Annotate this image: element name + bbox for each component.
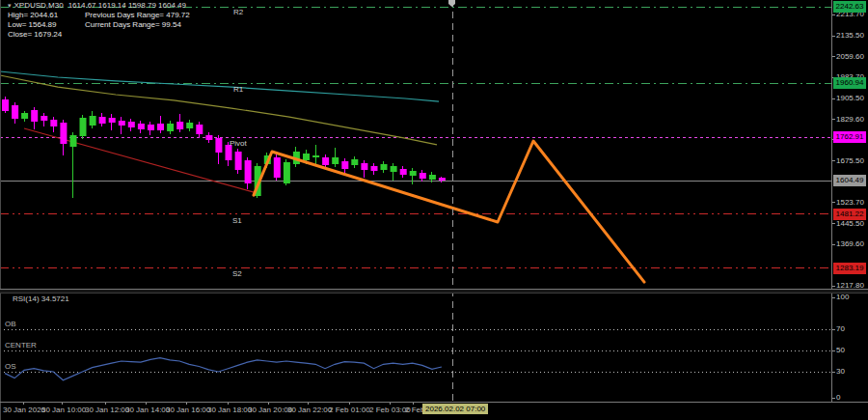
window-border-left <box>0 0 1 420</box>
rsi-plot <box>0 329 831 380</box>
pane-separator[interactable] <box>0 289 868 294</box>
zigzag-forecast-line <box>254 141 644 282</box>
high-value: High= 2044.61 <box>8 11 79 20</box>
chart-info-overlay: ▾XPDUSD,M301614.67 1619.14 1598.79 1604.… <box>8 1 190 40</box>
axis-tick-marks <box>23 14 835 405</box>
trendline <box>24 128 258 193</box>
info-row-high: High= 2044.61Previous Days Range= 479.72 <box>8 11 190 20</box>
rsi-center-label: CENTER <box>5 342 37 350</box>
low-value: Low= 1564.89 <box>8 20 79 30</box>
pivot-level-lines <box>0 7 831 268</box>
info-row-low: Low= 1564.89Current Days Range= 99.54 <box>8 20 190 30</box>
symbol-title-line: ▾XPDUSD,M301614.67 1619.14 1598.79 1604.… <box>8 1 190 11</box>
close-value: Close= 1679.24 <box>8 30 79 40</box>
price-axis-divider <box>831 0 832 402</box>
trading-chart-window: ▾XPDUSD,M301614.67 1619.14 1598.79 1604.… <box>0 0 868 420</box>
symbol-title: XPDUSD,M30 <box>14 1 64 10</box>
level-label-s2: S2 <box>232 270 242 278</box>
current-range-value: Current Days Range= 99.54 <box>85 20 181 30</box>
rsi-os-label: OS <box>5 363 16 371</box>
chart-canvas[interactable] <box>0 0 868 420</box>
symbol-dropdown-icon[interactable]: ▾ <box>8 2 12 9</box>
cursor-time-badge: 2026.02.02 07:00 <box>422 404 488 414</box>
level-label-s1: S1 <box>232 217 242 225</box>
info-row-close: Close= 1679.24 <box>8 30 190 40</box>
time-axis-separator <box>0 402 868 403</box>
level-label-r2: R2 <box>233 9 243 16</box>
previous-range-value: Previous Days Range= 479.72 <box>85 11 190 20</box>
level-label-pivot: Pivot <box>230 140 247 148</box>
cursor-vline <box>448 0 455 401</box>
rsi-ob-label: OB <box>5 321 16 328</box>
level-label-r1: R1 <box>233 86 243 94</box>
candles <box>2 97 446 198</box>
rsi-indicator-title: RSI(14) 34.5721 <box>13 294 69 303</box>
symbol-ohlc-values: 1614.67 1619.14 1598.79 1604.49 <box>68 1 186 10</box>
